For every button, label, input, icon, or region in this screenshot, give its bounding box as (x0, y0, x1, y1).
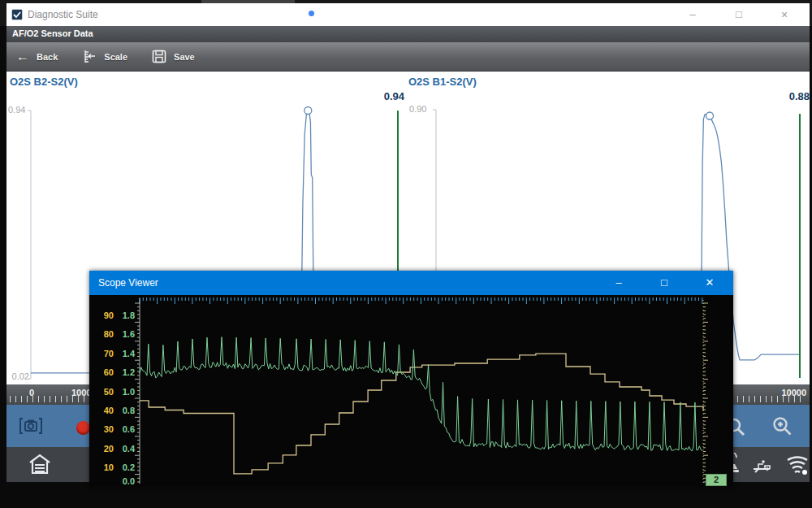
scope-window-title: Scope Viewer (98, 277, 158, 289)
scope-traces (89, 295, 733, 486)
scale-ruler-icon (82, 50, 97, 63)
maximize-button[interactable]: □ (732, 8, 746, 20)
record-button[interactable] (76, 421, 90, 435)
title-bar[interactable]: Diagnostic Suite – □ × (6, 3, 810, 26)
scope-green-scale-label: 0.8 (115, 406, 135, 415)
scope-yellow-scale-label: 60 (94, 367, 114, 377)
scope-minimize-button[interactable]: – (611, 276, 627, 289)
scope-viewer-window: Scope Viewer – □ ✕ 0.0 2 908070605040302… (89, 271, 733, 486)
save-button[interactable]: Save (152, 50, 195, 63)
scope-green-scale-label: 1.4 (115, 349, 135, 358)
scope-yellow-scale-label: 50 (94, 387, 114, 397)
page-title: AF/O2 Sensor Data (6, 26, 810, 42)
scale-button[interactable]: Scale (82, 50, 127, 63)
window-title: Diagnostic Suite (28, 9, 98, 20)
zoom-in-icon[interactable] (771, 415, 794, 438)
scope-yellow-scale-label: 10 (94, 462, 114, 472)
app-icon (11, 9, 23, 20)
wifi-status-icon[interactable] (783, 450, 812, 478)
scope-maximize-button[interactable]: □ (656, 276, 672, 289)
scope-yellow-scale-label: 90 (94, 310, 114, 320)
scope-yellow-scale-label: 30 (94, 424, 114, 434)
scope-green-scale-label: 0.4 (115, 444, 135, 454)
back-button[interactable]: ← Back (16, 51, 58, 63)
scope-yellow-scale-label: 40 (94, 406, 114, 415)
scope-green-scale-label: 1.8 (115, 310, 135, 320)
scope-green-scale-label: 0.2 (115, 462, 135, 472)
scope-green-scale-zero: 0.0 (115, 476, 135, 486)
toolbar: ← Back Scale Save (6, 42, 810, 72)
scope-green-scale-label: 1.0 (115, 387, 135, 397)
scope-close-button[interactable]: ✕ (702, 276, 718, 289)
save-floppy-icon (152, 50, 166, 63)
scope-plot-area: 0.0 2 9080706050403020101.81.61.41.21.00… (89, 295, 733, 486)
scope-green-scale-label: 1.6 (115, 329, 135, 339)
scope-green-scale-label: 1.2 (115, 367, 135, 377)
close-button[interactable]: × (777, 8, 792, 21)
scope-title-bar[interactable]: Scope Viewer – □ ✕ (89, 271, 733, 295)
scope-channel-badge[interactable]: 2 (706, 474, 727, 486)
scope-yellow-scale-label: 80 (94, 329, 114, 339)
minimize-button[interactable]: – (685, 8, 700, 20)
screenshot-camera-icon[interactable] (18, 414, 44, 438)
scope-yellow-scale-label: 20 (94, 444, 114, 454)
scope-green-scale-label: 0.6 (115, 424, 135, 434)
usb-icon[interactable] (750, 453, 776, 475)
back-arrow-icon: ← (16, 51, 29, 63)
home-icon[interactable] (26, 451, 54, 478)
desktop: Diagnostic Suite – □ × AF/O2 Sensor Data… (0, 0, 812, 508)
scope-yellow-scale-label: 70 (94, 349, 114, 358)
